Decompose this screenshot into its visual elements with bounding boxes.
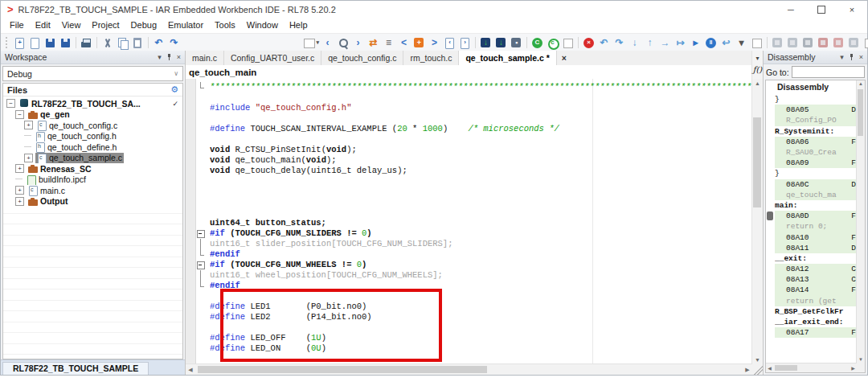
fold-bar-icon[interactable] — [186, 270, 210, 281]
spare-button[interactable] — [750, 36, 764, 50]
function-icon[interactable]: ƒ() — [753, 65, 763, 74]
panel-menu-icon[interactable]: ▾ — [840, 53, 844, 61]
paste-button[interactable] — [131, 36, 145, 50]
scroll-left-icon[interactable]: ◀ — [186, 367, 195, 373]
save-all-button[interactable] — [59, 36, 72, 50]
restart-debugger-button[interactable]: C — [530, 36, 544, 50]
run-to-cursor-button[interactable]: ↦ — [674, 36, 687, 50]
editor-horizontal-scrollbar[interactable]: ◀ ▶ — [186, 363, 752, 375]
reset-button[interactable]: ↶ — [597, 36, 611, 50]
tree-item-rl78f22-tb-touch-sa[interactable]: −RL78F22_TB_TOUCH_SA...✓ — [3, 98, 182, 109]
make-button[interactable] — [561, 36, 575, 50]
tab-list-icon[interactable]: ▾ — [755, 55, 759, 62]
open-file-button[interactable] — [28, 36, 42, 50]
add-bookmark-button[interactable]: + — [412, 36, 426, 50]
logic-window-button[interactable] — [801, 36, 815, 50]
symbolic-memory-button[interactable] — [786, 36, 800, 50]
menu-help[interactable]: Help — [284, 18, 313, 33]
expander-plus-icon[interactable]: + — [24, 121, 33, 129]
spare-2-button[interactable] — [862, 36, 868, 50]
stop-all-button[interactable]: ↩ — [719, 36, 733, 50]
fold-bar-icon[interactable] — [186, 239, 210, 249]
function-nav-label[interactable]: qe_touch_main — [189, 68, 256, 77]
attach-to-running-button[interactable]: ▪ — [510, 36, 523, 50]
fold-end-icon[interactable] — [186, 82, 210, 92]
download-and-debug-button[interactable]: ↓ — [479, 36, 493, 50]
tab-qe-touch-sample-c[interactable]: qe_touch_sample.c * — [459, 51, 556, 65]
tree-item-main-c[interactable]: +main.c — [3, 185, 182, 196]
copy-button[interactable] — [116, 36, 129, 50]
function-list-button[interactable]: ≡ — [382, 36, 395, 50]
debug-without-downloading-button[interactable]: ↓ — [494, 36, 508, 50]
tree-item-qe-touch-sample-c[interactable]: +qe_touch_sample.c — [3, 153, 182, 164]
scroll-right-icon[interactable]: ▶ — [743, 367, 752, 373]
gear-icon[interactable]: ⚙ — [170, 84, 178, 95]
menu-emulator[interactable]: Emulator — [162, 18, 209, 33]
debug-more-button[interactable]: ▾ — [735, 36, 748, 50]
navigate-swap-button[interactable]: ⇄ — [366, 36, 380, 50]
data-log-button[interactable] — [832, 36, 845, 50]
compile-button[interactable]: c — [546, 36, 559, 50]
fold-minus-icon[interactable] — [186, 260, 210, 270]
disassembly-view[interactable]: Disassembly }08A05DR_Config_POR_Systemin… — [765, 80, 866, 373]
tab-close-icon[interactable]: × — [557, 51, 571, 65]
menu-debug[interactable]: Debug — [125, 18, 162, 33]
redo-button[interactable]: ↷ — [167, 36, 181, 50]
tab-qe-touch-config-c[interactable]: qe_touch_config.c — [321, 51, 403, 65]
browse-forward-button[interactable]: > — [428, 36, 441, 50]
next-statement-button[interactable]: → — [658, 36, 672, 50]
save-button[interactable] — [43, 36, 57, 50]
tree-item-buildinfo-ipcf[interactable]: buildInfo.ipcf — [3, 175, 182, 186]
cut-button[interactable] — [100, 36, 114, 50]
goto-input[interactable] — [792, 66, 865, 78]
step-over-button[interactable]: ↷ — [612, 36, 626, 50]
minimize-button[interactable]: ─ — [776, 1, 806, 18]
expander-plus-icon[interactable]: + — [24, 154, 33, 162]
expander-plus-icon[interactable]: + — [15, 197, 24, 206]
fold-end-icon[interactable] — [186, 281, 210, 291]
browse-back-button[interactable]: < — [397, 36, 411, 50]
tree-item-qe-touch-config-h[interactable]: qe_touch_config.h — [3, 131, 182, 142]
scroll-up-icon[interactable]: ▲ — [752, 79, 763, 88]
find-previous-button[interactable]: ‹ — [321, 36, 334, 50]
memory-window-button[interactable] — [771, 36, 784, 50]
configuration-select[interactable]: Debug ∨ — [2, 66, 183, 81]
tab-rm-touch-c[interactable]: rm_touch.c — [403, 51, 459, 65]
expander-minus-icon[interactable]: − — [6, 99, 15, 108]
menu-window[interactable]: Window — [241, 18, 284, 33]
resize-grip[interactable] — [752, 364, 763, 375]
menu-project[interactable]: Project — [86, 18, 125, 33]
find-next-button[interactable]: › — [351, 36, 365, 50]
go-button[interactable]: ▸ — [689, 36, 702, 50]
pin-icon[interactable] — [166, 53, 172, 61]
close-button[interactable]: × — [837, 1, 867, 18]
search-combo-button[interactable]: ▾ — [303, 36, 319, 50]
breakpoint-window-button[interactable] — [817, 36, 830, 50]
expander-plus-icon[interactable]: + — [15, 164, 24, 173]
restore-button[interactable] — [806, 1, 837, 18]
scroll-right-icon[interactable]: ▶ — [850, 365, 857, 371]
disassembly-horizontal-scrollbar[interactable]: ◀ ▶ — [766, 363, 857, 372]
next-document-button[interactable]: › — [458, 36, 472, 50]
terminal-io-button[interactable] — [847, 36, 861, 50]
tree-item-output[interactable]: +Output — [3, 196, 182, 207]
tree-item-qe-touch-config-c[interactable]: +qe_touch_config.c — [3, 120, 182, 131]
workspace-project-tab[interactable]: RL78F22_TB_TOUCH_SAMPLE — [2, 362, 149, 375]
scroll-down-icon[interactable]: ▼ — [857, 356, 865, 363]
step-into-button[interactable]: ↓ — [628, 36, 641, 50]
code-editor[interactable]: ****************************************… — [186, 79, 752, 364]
editor-vertical-scrollbar[interactable]: ▲ ▼ — [751, 79, 763, 364]
expander-plus-icon[interactable]: + — [15, 186, 24, 195]
tree-item-qe-gen[interactable]: −qe_gen — [3, 109, 182, 121]
tree-item-renesas-sc[interactable]: +Renesas_SC — [3, 163, 182, 175]
expander-minus-icon[interactable]: − — [15, 110, 24, 119]
scroll-left-icon[interactable]: ◀ — [766, 365, 773, 371]
new-file-button[interactable]: + — [13, 36, 27, 50]
scroll-down-icon[interactable]: ▼ — [752, 355, 763, 364]
menu-tools[interactable]: Tools — [209, 18, 241, 33]
pin-icon[interactable] — [849, 53, 854, 61]
disassembly-vertical-scrollbar[interactable]: ▲ ▼ — [856, 80, 865, 363]
fold-end-icon[interactable] — [186, 249, 210, 260]
undo-button[interactable]: ↶ — [152, 36, 166, 50]
scrollbar-thumb[interactable] — [198, 366, 487, 373]
